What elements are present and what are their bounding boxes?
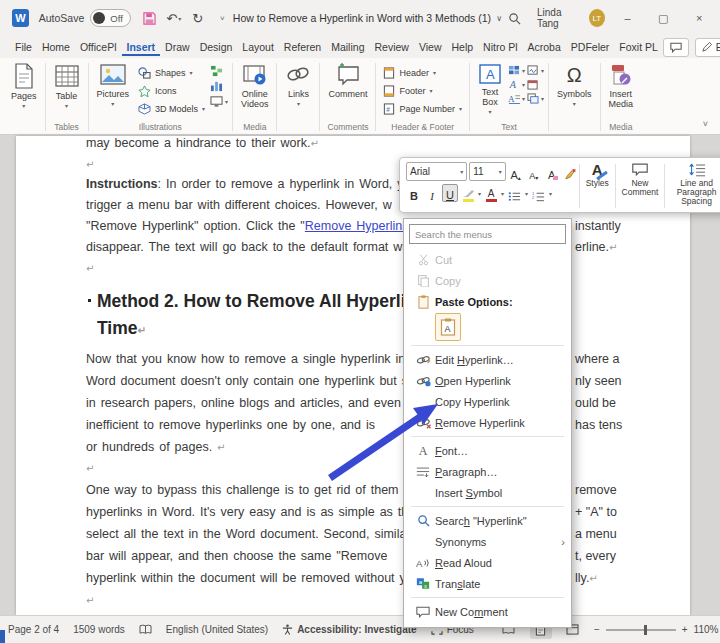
tab-officepl[interactable]: OfficePl bbox=[75, 38, 122, 56]
pages-button[interactable]: Pages ▾ bbox=[7, 60, 41, 110]
insert-media-button[interactable]: Insert Media bbox=[605, 60, 638, 110]
zoom-in-button[interactable]: + bbox=[682, 624, 688, 635]
tab-referen[interactable]: Referen bbox=[279, 38, 326, 56]
styles-button[interactable]: A Styles bbox=[581, 162, 614, 210]
menu-item-synonyms[interactable]: Synonyms› bbox=[404, 531, 571, 552]
page-indicator[interactable]: Page 2 of 4 bbox=[8, 624, 59, 635]
highlight-button[interactable] bbox=[460, 184, 476, 202]
language-indicator[interactable]: English (United States) bbox=[166, 624, 268, 635]
proofing-button[interactable] bbox=[139, 624, 152, 635]
tab-draw[interactable]: Draw bbox=[160, 38, 195, 56]
tab-nitro-pl[interactable]: Nitro Pl bbox=[478, 38, 522, 56]
bold-button[interactable]: B bbox=[406, 184, 422, 202]
qat-customize-button[interactable]: ˅ bbox=[211, 6, 233, 30]
tab-home[interactable]: Home bbox=[37, 38, 75, 56]
paste-option-keep-text-only[interactable]: A bbox=[435, 313, 461, 341]
menu-item-remove-hyperlink[interactable]: Remove Hyperlink bbox=[404, 412, 571, 433]
page-number-button[interactable]: # Page Number ▾ bbox=[380, 100, 465, 117]
menu-item-search-hyperlink[interactable]: Search "Hyperlink" bbox=[404, 510, 571, 531]
header-button[interactable]: Header ▾ bbox=[380, 64, 465, 81]
tab-insert[interactable]: Insert bbox=[122, 38, 161, 56]
word-count[interactable]: 1509 words bbox=[73, 624, 125, 635]
tab-layout[interactable]: Layout bbox=[237, 38, 279, 56]
clear-formatting-button[interactable]: A bbox=[544, 163, 560, 181]
zoom-level[interactable]: 110% bbox=[694, 624, 719, 635]
symbols-button[interactable]: Ω Symbols ▾ bbox=[553, 60, 596, 108]
signature-line-button[interactable]: ▾ bbox=[527, 65, 544, 76]
wordart-button[interactable]: A ▾ bbox=[508, 79, 525, 90]
tab-acroba[interactable]: Acroba bbox=[523, 38, 566, 56]
menu-search-box[interactable] bbox=[409, 224, 566, 244]
tab-design[interactable]: Design bbox=[195, 38, 238, 56]
tab-view[interactable]: View bbox=[414, 38, 447, 56]
tab-help[interactable]: Help bbox=[446, 38, 478, 56]
menu-item-paragraph[interactable]: Paragraph… bbox=[404, 461, 571, 482]
highlight-caret-icon[interactable]: ▾ bbox=[478, 190, 481, 197]
menu-item-edit-hyperlink[interactable]: Edit Hyperlink… bbox=[404, 349, 571, 370]
font-color-caret-icon[interactable]: ▾ bbox=[501, 190, 504, 197]
tab-pdfeler[interactable]: PDFeler bbox=[566, 38, 615, 56]
collapse-ribbon-button[interactable]: ˅ bbox=[697, 118, 714, 130]
avatar[interactable]: LT bbox=[589, 9, 605, 27]
line-spacing-button[interactable]: Line and Paragraph Spacing bbox=[666, 162, 720, 210]
user-name[interactable]: Linda Tang bbox=[537, 7, 579, 29]
menu-search-input[interactable] bbox=[410, 229, 565, 240]
tab-foxit-pl[interactable]: Foxit PL bbox=[614, 38, 663, 56]
date-time-button[interactable] bbox=[527, 79, 544, 90]
screenshot-button[interactable]: ▾ bbox=[210, 95, 228, 107]
pictures-button[interactable]: Pictures ▾ bbox=[93, 60, 134, 108]
bullets-caret-icon[interactable]: ▾ bbox=[525, 190, 528, 197]
comment-button[interactable]: Comment bbox=[324, 60, 371, 100]
search-button[interactable] bbox=[502, 11, 527, 26]
menu-item-read-aloud[interactable]: ARead Aloud bbox=[404, 552, 571, 573]
text-box-button[interactable]: A Text Box ▾ bbox=[474, 60, 506, 116]
menu-item-paste-options[interactable]: Paste Options: bbox=[404, 291, 571, 312]
object-button[interactable]: ▾ bbox=[527, 93, 544, 104]
numbering-caret-icon[interactable]: ▾ bbox=[549, 190, 552, 197]
grow-font-button[interactable]: A▴ bbox=[508, 163, 524, 181]
icons-button[interactable]: Icons bbox=[135, 82, 208, 99]
menu-item-translate[interactable]: axTranslate bbox=[404, 573, 571, 594]
redo-button[interactable]: ↻ bbox=[187, 6, 209, 30]
drop-cap-button[interactable]: A ▾ bbox=[508, 93, 525, 104]
zoom-slider[interactable] bbox=[606, 629, 676, 631]
font-size-combo[interactable]: 11 ▾ bbox=[469, 162, 505, 181]
accessibility-button[interactable]: Accessibility: Investigate bbox=[282, 624, 417, 635]
menu-item-open-hyperlink[interactable]: Open Hyperlink bbox=[404, 370, 571, 391]
editing-mode-button[interactable]: Editing ▾ bbox=[695, 38, 720, 57]
menu-item-new-comment[interactable]: New Comment bbox=[404, 601, 571, 622]
font-name-combo[interactable]: Arial ▾ bbox=[406, 162, 467, 181]
autosave-toggle[interactable]: Off bbox=[90, 9, 131, 27]
tab-review[interactable]: Review bbox=[369, 38, 413, 56]
format-painter-button[interactable] bbox=[562, 163, 578, 181]
chart-button[interactable] bbox=[210, 80, 228, 92]
table-button[interactable]: Table ▾ bbox=[50, 60, 84, 110]
zoom-out-button[interactable]: − bbox=[594, 624, 600, 635]
menu-item-insert-symbol[interactable]: Insert Symbol bbox=[404, 482, 571, 503]
comments-toggle-button[interactable] bbox=[663, 38, 689, 57]
word-logo-icon[interactable]: W bbox=[12, 9, 29, 27]
maximize-button[interactable]: ▢ bbox=[650, 5, 676, 31]
menu-item-copy-hyperlink[interactable]: Copy Hyperlink bbox=[404, 391, 571, 412]
italic-button[interactable]: I bbox=[424, 184, 440, 202]
shapes-button[interactable]: Shapes ▾ bbox=[135, 64, 208, 81]
links-button[interactable]: Links ▾ bbox=[281, 60, 315, 108]
3d-models-button[interactable]: 3D Models ▾ bbox=[135, 100, 208, 117]
document-title[interactable]: How to Remove a Hyperlink in Word with 3… bbox=[233, 12, 502, 24]
close-button[interactable]: × bbox=[686, 5, 712, 31]
zoom-slider-thumb[interactable] bbox=[644, 625, 647, 635]
bullets-button[interactable] bbox=[506, 184, 523, 202]
tab-mailing[interactable]: Mailing bbox=[326, 38, 369, 56]
online-videos-button[interactable]: Online Videos bbox=[237, 60, 272, 110]
underline-button[interactable]: U bbox=[442, 184, 458, 202]
tab-file[interactable]: File bbox=[10, 38, 37, 56]
numbering-button[interactable]: 1 2 bbox=[530, 184, 547, 202]
shrink-font-button[interactable]: A▾ bbox=[526, 163, 542, 181]
minimize-button[interactable]: – bbox=[615, 5, 641, 31]
save-button[interactable] bbox=[139, 6, 161, 30]
new-comment-button[interactable]: New Comment bbox=[617, 162, 664, 210]
smartart-button[interactable] bbox=[210, 65, 228, 77]
font-color-button[interactable]: A bbox=[483, 184, 499, 202]
undo-button[interactable]: ↶ ▾ bbox=[163, 6, 185, 30]
footer-button[interactable]: Footer ▾ bbox=[380, 82, 465, 99]
